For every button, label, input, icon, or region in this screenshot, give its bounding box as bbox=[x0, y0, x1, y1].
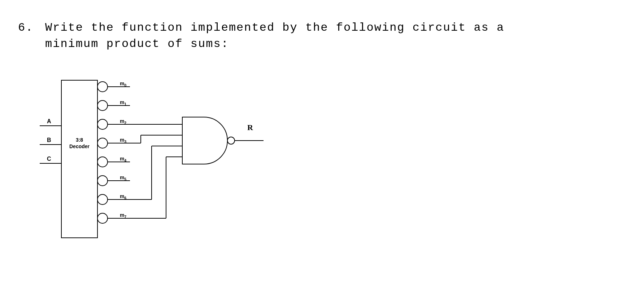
input-label-a: A bbox=[47, 118, 51, 124]
question-number: 6. bbox=[18, 20, 45, 36]
decoder-bubble-m2 bbox=[97, 119, 108, 129]
question-line-2: minimum product of sums: bbox=[45, 37, 229, 51]
decoder-bubble-m6 bbox=[97, 194, 108, 205]
decoder-bubble-m4 bbox=[97, 157, 108, 167]
nand-gate-bubble bbox=[227, 137, 235, 144]
circuit-svg: 3:8 Decoder A B C m0 m1 m2 m3 m4 bbox=[40, 72, 274, 246]
question-text: Write the function implemented by the fo… bbox=[45, 20, 641, 52]
decoder-bubble-m1 bbox=[97, 100, 108, 111]
decoder-bubble-m5 bbox=[97, 176, 108, 186]
question-line-1: Write the function implemented by the fo… bbox=[45, 21, 504, 34]
decoder-box bbox=[61, 80, 97, 238]
decoder-bubble-m3 bbox=[97, 138, 108, 148]
output-label: R bbox=[247, 123, 253, 132]
question-block: 6.Write the function implemented by the … bbox=[18, 20, 641, 52]
decoder-bubble-m7 bbox=[97, 213, 108, 223]
nand-gate-body bbox=[182, 117, 227, 164]
decoder-label-line2: Decoder bbox=[69, 143, 90, 149]
circuit-diagram: 3:8 Decoder A B C m0 m1 m2 m3 m4 bbox=[40, 72, 274, 246]
decoder-label-line1: 3:8 bbox=[76, 137, 83, 143]
decoder-bubble-m0 bbox=[97, 82, 108, 92]
input-label-b: B bbox=[47, 137, 51, 143]
input-label-c: C bbox=[47, 156, 51, 162]
